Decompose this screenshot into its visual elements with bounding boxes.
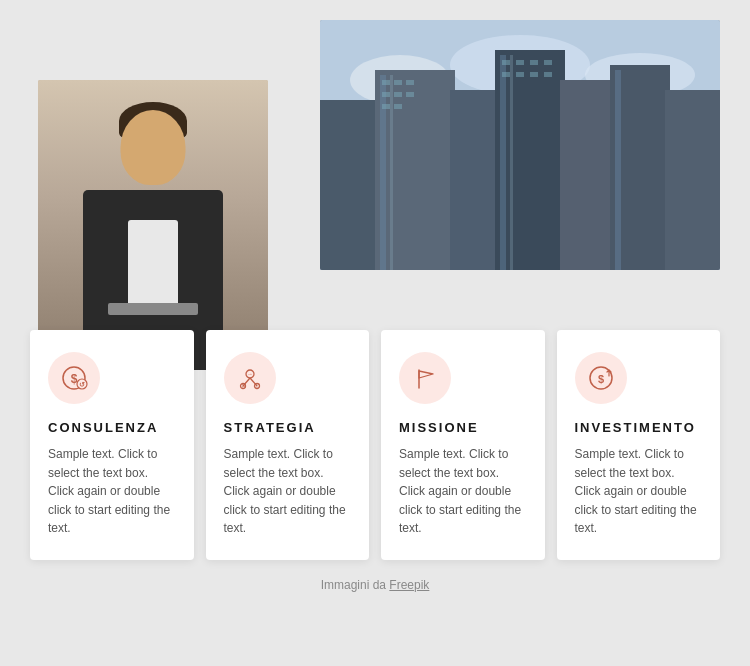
svg-rect-19 bbox=[406, 80, 414, 85]
card-investimento[interactable]: $ INVESTIMENTO Sample text. Click to sel… bbox=[557, 330, 721, 560]
strategia-title: STRATEGIA bbox=[224, 420, 352, 435]
svg-text:$: $ bbox=[597, 373, 603, 385]
svg-rect-29 bbox=[502, 72, 510, 77]
svg-text:→: → bbox=[247, 371, 253, 377]
svg-rect-7 bbox=[450, 90, 500, 270]
svg-rect-25 bbox=[502, 60, 510, 65]
investment-icon: $ bbox=[587, 364, 615, 392]
footer-credit: Immagini da Freepik bbox=[0, 578, 750, 602]
missione-title: MISSIONE bbox=[399, 420, 527, 435]
svg-rect-27 bbox=[530, 60, 538, 65]
flag-icon bbox=[411, 364, 439, 392]
svg-rect-5 bbox=[320, 100, 380, 270]
svg-text:○: ○ bbox=[255, 383, 258, 389]
missione-icon-bg bbox=[399, 352, 451, 404]
person-image bbox=[38, 80, 268, 370]
card-missione[interactable]: MISSIONE Sample text. Click to select th… bbox=[381, 330, 545, 560]
svg-rect-28 bbox=[544, 60, 552, 65]
credit-link[interactable]: Freepik bbox=[389, 578, 429, 592]
strategia-icon-bg: ✕ ○ → bbox=[224, 352, 276, 404]
svg-rect-13 bbox=[390, 75, 393, 270]
svg-text:✕: ✕ bbox=[240, 383, 245, 389]
credit-text: Immagini da bbox=[321, 578, 386, 592]
svg-rect-6 bbox=[375, 70, 455, 270]
investimento-title: INVESTIMENTO bbox=[575, 420, 703, 435]
consulenza-icon-bg: $ ↺ bbox=[48, 352, 100, 404]
svg-rect-23 bbox=[382, 104, 390, 109]
investimento-text: Sample text. Click to select the text bo… bbox=[575, 445, 703, 538]
svg-rect-17 bbox=[382, 80, 390, 85]
card-strategia[interactable]: ✕ ○ → STRATEGIA Sample text. Click to se… bbox=[206, 330, 370, 560]
money-circle-icon: $ ↺ bbox=[60, 364, 88, 392]
svg-rect-15 bbox=[510, 55, 513, 270]
city-image bbox=[320, 20, 720, 270]
svg-text:↺: ↺ bbox=[79, 381, 85, 388]
strategia-text: Sample text. Click to select the text bo… bbox=[224, 445, 352, 538]
investimento-icon-bg: $ bbox=[575, 352, 627, 404]
consulenza-text: Sample text. Click to select the text bo… bbox=[48, 445, 176, 538]
missione-text: Sample text. Click to select the text bo… bbox=[399, 445, 527, 538]
svg-rect-14 bbox=[500, 55, 506, 270]
svg-rect-16 bbox=[615, 70, 621, 270]
svg-rect-20 bbox=[382, 92, 390, 97]
svg-rect-11 bbox=[665, 90, 720, 270]
card-consulenza[interactable]: $ ↺ CONSULENZA Sample text. Click to sel… bbox=[30, 330, 194, 560]
svg-rect-30 bbox=[516, 72, 524, 77]
svg-rect-26 bbox=[516, 60, 524, 65]
page: $ ↺ CONSULENZA Sample text. Click to sel… bbox=[0, 0, 750, 666]
svg-rect-18 bbox=[394, 80, 402, 85]
images-section bbox=[0, 0, 750, 320]
svg-rect-31 bbox=[530, 72, 538, 77]
svg-rect-24 bbox=[394, 104, 402, 109]
cards-section: $ ↺ CONSULENZA Sample text. Click to sel… bbox=[0, 330, 750, 560]
svg-rect-22 bbox=[406, 92, 414, 97]
svg-rect-9 bbox=[560, 80, 615, 270]
svg-rect-32 bbox=[544, 72, 552, 77]
strategy-icon: ✕ ○ → bbox=[236, 364, 264, 392]
consulenza-title: CONSULENZA bbox=[48, 420, 176, 435]
svg-rect-21 bbox=[394, 92, 402, 97]
